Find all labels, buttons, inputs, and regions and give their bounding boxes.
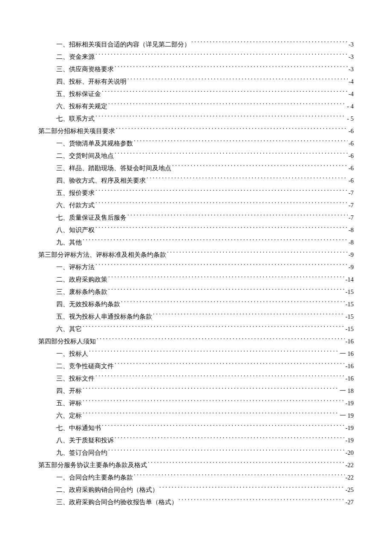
toc-entry: 六、投标有关规定- 4 [38,100,354,113]
toc-entry-page: -7 [349,199,354,212]
toc-entry-label: 八、关于质疑和投诉 [56,434,114,447]
toc-entry-page: -19 [346,422,354,434]
toc-entry-page: -6 [349,137,354,150]
toc-leader-dots [108,276,345,282]
toc-entry-label: 五、报价要求 [56,187,95,199]
toc-leader-dots [134,474,345,480]
toc-entry-label: 七、质量保证及售后服务 [56,212,127,224]
toc-leader-dots [95,201,348,208]
toc-entry-label: 三、样品、踏勘现场、答疑会时间及地点 [56,162,171,174]
toc-entry-page: -4 [349,76,354,88]
toc-entry-label: 第二部分招标相关项目要求 [38,125,115,137]
toc-entry-label: 六、投标有关规定 [56,100,107,113]
toc-entry-label: 六、其它 [56,323,82,335]
toc-entry-page: -27 [346,496,354,509]
toc-entry-page: -7 [349,212,354,224]
toc-entry: 一、招标相关项目合适的内容（详见第二部分）-3 [38,38,354,51]
toc-entry: 一、投标人一 16 [38,348,354,360]
toc-leader-dots [159,486,345,492]
toc-entry: 第二部分招标相关项目要求-6 [38,125,354,137]
toc-entry: 二、资金来源-3 [38,51,354,63]
toc-leader-dots [115,152,348,158]
toc-entry: 第五部分服务协议主要条约条款及格式-22 [38,459,354,471]
toc-entry-label: 一、评标方法 [56,261,95,273]
toc-entry-label: 五、评标 [56,397,82,410]
toc-entry: 四、验收方式、程序及相关要求-6 [38,174,354,187]
toc-entry: 三、投标文件-16 [38,372,354,385]
toc-entry-label: 三、政府采购合同合约验收报告单（格式） [56,496,178,509]
toc-entry-page: -6 [349,174,354,187]
toc-leader-dots [95,375,345,381]
toc-entry-label: 二、政府采购政策 [56,273,107,286]
toc-entry-label: 一、货物清单及其规格参数 [56,137,133,150]
toc-entry: 四、投标、开标有关说明-4 [38,76,354,88]
toc-entry-label: 第四部分投标人须知 [38,335,96,348]
toc-entry-label: 七、中标通知书 [56,422,101,434]
toc-entry-page: -9 [349,249,354,261]
toc-leader-dots [95,189,348,195]
toc-entry-page: -15 [346,298,354,311]
toc-leader-dots [121,300,345,307]
toc-entry-label: 四、开标 [56,385,82,397]
toc-entry: 六、其它-15 [38,323,354,335]
toc-entry-page: -19 [346,434,354,447]
toc-entry: 七、中标通知书-19 [38,422,354,434]
toc-entry-label: 第三部分评标方法、评标标准及相关条约条款 [38,249,166,261]
toc-entry-page: -6 [349,162,354,174]
toc-entry-page: -15 [346,311,354,323]
toc-entry-page: 一 19 [340,410,354,422]
toc-entry-page: -9 [349,261,354,273]
toc-entry-page: -22 [346,471,354,484]
toc-leader-dots [148,461,345,468]
toc-entry: 一、合同合约主要条约条款-22 [38,471,354,484]
toc-entry-label: 四、投标、开标有关说明 [56,76,127,88]
toc-entry: 五、投标保证金-4 [38,88,354,100]
toc-leader-dots [115,65,348,72]
toc-entry-label: 二、政府采购购销合同合约（格式） [56,484,159,496]
toc-leader-dots [95,226,348,232]
toc-leader-dots [97,337,345,344]
toc-leader-dots [83,238,348,245]
toc-entry-page: -3 [349,63,354,76]
toc-entry-label: 第五部分服务协议主要条约条款及格式 [38,459,147,471]
toc-leader-dots [167,251,348,257]
toc-entry-label: 八、知识产权 [56,224,95,236]
toc-leader-dots [191,41,348,47]
toc-entry-label: 一、投标人 [56,348,88,360]
toc-leader-dots [179,498,345,505]
toc-entry-page: -3 [349,51,354,63]
toc-entry: 九、签订合同合约-20 [38,447,354,459]
toc-entry: 二、竞争性磋商文件-16 [38,360,354,372]
toc-entry: 三、废标条约条款-15 [38,286,354,298]
toc-entry-page: -6 [349,150,354,162]
toc-entry-page: -16 [346,335,354,348]
toc-leader-dots [95,263,348,270]
toc-entry: 八、关于质疑和投诉-19 [38,434,354,447]
toc-entry: 六、付款方式-7 [38,199,354,212]
toc-entry: 二、交货时间及地点-6 [38,150,354,162]
toc-entry-label: 二、交货时间及地点 [56,150,114,162]
toc-entry: 三、供应商资格要求-3 [38,63,354,76]
toc-entry-label: 三、投标文件 [56,372,95,385]
toc-leader-dots [95,53,348,59]
toc-leader-dots [83,387,339,393]
toc-leader-dots [102,90,348,96]
toc-leader-dots [153,313,345,319]
toc-entry-page: 一 18 [340,385,354,397]
toc-entry: 二、政府采购购销合同合约（格式）-25 [38,484,354,496]
toc-entry: 八、知识产权-8 [38,224,354,236]
toc-leader-dots [147,177,348,183]
toc-entry: 七、质量保证及售后服务-7 [38,212,354,224]
toc-leader-dots [115,362,345,369]
toc-entry-page: -25 [346,484,354,496]
toc-entry: 四、开标一 18 [38,385,354,397]
toc-entry-page: -15 [346,323,354,335]
toc-entry-label: 四、无效投标条约条款 [56,298,120,311]
toc-leader-dots [127,78,348,84]
toc-entry-label: 二、竞争性磋商文件 [56,360,114,372]
toc-leader-dots [172,164,348,171]
toc-entry-page: - 4 [347,100,354,113]
toc-leader-dots [83,412,339,418]
toc-entry-page: - 5 [347,113,354,125]
toc-entry-label: 七、联系方式 [56,113,95,125]
